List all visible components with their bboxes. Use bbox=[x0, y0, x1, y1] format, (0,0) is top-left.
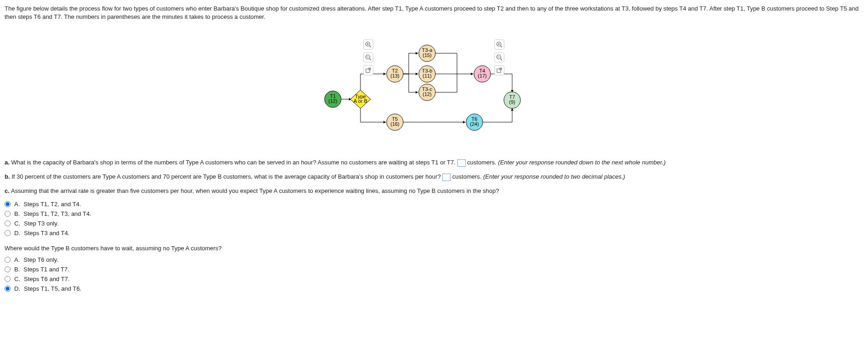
option-text: Steps T1 and T7. bbox=[23, 266, 69, 273]
option-letter: D. bbox=[14, 285, 20, 292]
option-qc-c: C.Step T3 only. bbox=[5, 220, 863, 227]
answer-input-b[interactable] bbox=[442, 174, 451, 181]
radio-qc-d[interactable] bbox=[5, 230, 11, 236]
diagram-tools-right bbox=[494, 39, 504, 75]
question-b-text2: customers. bbox=[451, 173, 483, 180]
process-flow-diagram: T1 (12) Type A or B T2 (13) T3-a (15) T3… bbox=[5, 30, 863, 141]
option-letter: C. bbox=[14, 220, 20, 227]
option-text: Step T6 only. bbox=[23, 256, 58, 263]
options-d: A.Step T6 only.B.Steps T1 and T7.C.Steps… bbox=[5, 256, 863, 292]
question-a: a. What is the capacity of Barbara's sho… bbox=[5, 159, 863, 167]
popout-icon[interactable] bbox=[363, 65, 373, 75]
answer-input-a[interactable] bbox=[457, 159, 466, 167]
question-c-text1: Assuming that the arrival rate is greate… bbox=[10, 187, 499, 194]
node-t3a-time: (15) bbox=[423, 52, 432, 58]
option-qc-b: B.Steps T1, T2, T3, and T4. bbox=[5, 210, 863, 217]
node-t1-time: (12) bbox=[328, 98, 337, 104]
option-letter: B. bbox=[14, 266, 20, 273]
option-qc-d: D.Steps T3 and T4. bbox=[5, 230, 863, 237]
node-t3b-time: (11) bbox=[423, 73, 432, 79]
radio-qc-a[interactable] bbox=[5, 201, 11, 207]
diagram-tools-left bbox=[363, 39, 373, 75]
node-t4-time: (17) bbox=[478, 73, 487, 79]
zoom-out-icon[interactable] bbox=[494, 52, 504, 62]
option-text: Step T3 only. bbox=[24, 220, 58, 227]
option-letter: A. bbox=[14, 201, 20, 208]
decision-line2: A or B bbox=[354, 98, 367, 104]
radio-qd-b[interactable] bbox=[5, 266, 11, 272]
question-c-prefix: c. bbox=[5, 187, 10, 194]
sub-question: Where would the Type B customers have to… bbox=[5, 245, 863, 252]
svg-line-32 bbox=[501, 59, 503, 61]
option-qc-a: A.Steps T1, T2, and T4. bbox=[5, 201, 863, 208]
node-t6-time: (24) bbox=[470, 121, 479, 127]
option-qd-d: D.Steps T1, T5, and T6. bbox=[5, 285, 863, 292]
question-c: c. Assuming that the arrival rate is gre… bbox=[5, 187, 863, 194]
option-text: Steps T3 and T4. bbox=[24, 230, 69, 237]
options-c: A.Steps T1, T2, and T4.B.Steps T1, T2, T… bbox=[5, 201, 863, 237]
option-qd-c: C.Steps T6 and T7. bbox=[5, 276, 863, 282]
option-text: Steps T1, T5, and T6. bbox=[24, 285, 81, 292]
question-b: b. If 30 percent of the customers are Ty… bbox=[5, 173, 863, 181]
option-qd-a: A.Step T6 only. bbox=[5, 256, 863, 263]
question-a-text1: What is the capacity of Barbara's shop i… bbox=[10, 159, 457, 166]
option-letter: D. bbox=[14, 230, 20, 237]
question-b-prefix: b. bbox=[5, 173, 10, 180]
svg-line-28 bbox=[501, 46, 503, 48]
svg-line-23 bbox=[370, 59, 371, 61]
question-a-prefix: a. bbox=[5, 159, 10, 166]
option-text: Steps T6 and T7. bbox=[24, 276, 69, 282]
question-a-hint: (Enter your response rounded down to the… bbox=[498, 159, 665, 166]
option-qd-b: B.Steps T1 and T7. bbox=[5, 266, 863, 273]
radio-qd-c[interactable] bbox=[5, 276, 11, 282]
question-b-hint: (Enter your response rounded to two deci… bbox=[483, 173, 625, 180]
node-t5-time: (16) bbox=[390, 121, 400, 127]
option-letter: A. bbox=[14, 256, 20, 263]
node-t3c-time: (12) bbox=[423, 91, 432, 97]
radio-qc-c[interactable] bbox=[5, 220, 11, 226]
question-b-text1: If 30 percent of the customers are Type … bbox=[10, 173, 443, 180]
radio-qd-a[interactable] bbox=[5, 257, 11, 263]
zoom-in-icon[interactable] bbox=[494, 39, 504, 50]
radio-qc-b[interactable] bbox=[5, 211, 11, 217]
question-a-text2: customers. bbox=[466, 159, 498, 166]
option-letter: C. bbox=[14, 276, 20, 282]
node-t2-time: (13) bbox=[390, 73, 400, 79]
popout-icon[interactable] bbox=[494, 65, 504, 75]
zoom-in-icon[interactable] bbox=[363, 39, 373, 50]
radio-qd-d[interactable] bbox=[5, 286, 11, 292]
option-text: Steps T1, T2, and T4. bbox=[23, 201, 81, 208]
option-text: Steps T1, T2, T3, and T4. bbox=[23, 210, 91, 217]
zoom-out-icon[interactable] bbox=[363, 52, 373, 62]
node-t7-time: (9) bbox=[509, 99, 515, 105]
svg-line-19 bbox=[370, 46, 371, 48]
intro-text: The figure below details the process flo… bbox=[5, 5, 863, 21]
option-letter: B. bbox=[14, 210, 20, 217]
